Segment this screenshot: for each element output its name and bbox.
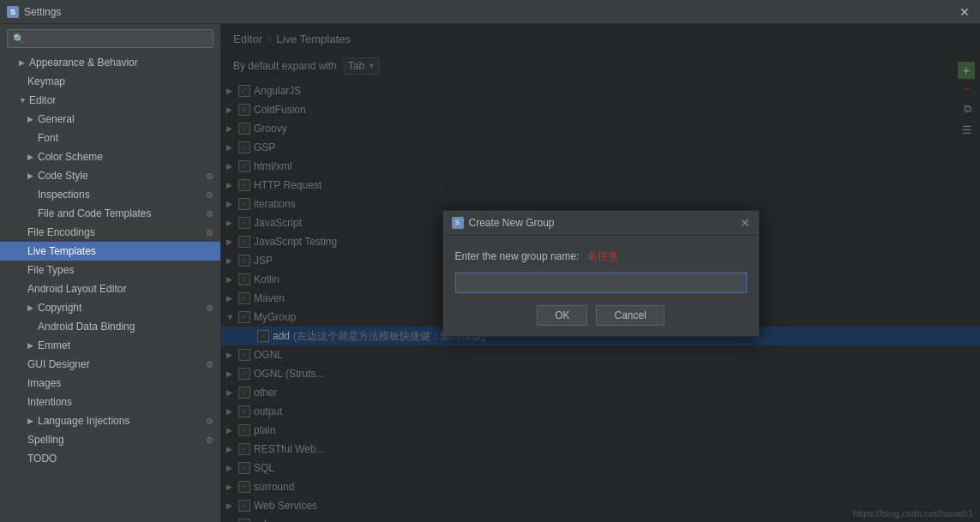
arrow-icon — [27, 417, 36, 425]
arrow-icon — [27, 171, 36, 180]
sidebar-item-languageinjections[interactable]: Language Injections ⚙ — [0, 411, 220, 430]
title-bar-left: S Settings — [7, 6, 61, 18]
settings-icon: ⚙ — [206, 228, 213, 237]
sidebar-item-general[interactable]: General — [0, 110, 220, 129]
close-button[interactable]: ✕ — [956, 5, 973, 19]
sidebar-item-font[interactable]: Font — [0, 129, 220, 147]
sidebar-item-emmet[interactable]: Emmet — [0, 336, 220, 355]
modal-title-left: S Create New Group — [452, 217, 555, 229]
settings-icon: ⚙ — [206, 171, 213, 181]
sidebar-item-filetypes[interactable]: File Types — [0, 261, 220, 279]
settings-icon: ⚙ — [206, 360, 213, 369]
search-icon: 🔍 — [13, 33, 25, 45]
ok-button[interactable]: OK — [537, 305, 587, 326]
sidebar-item-todo[interactable]: TODO — [0, 449, 220, 468]
arrow-icon — [27, 153, 36, 161]
search-input[interactable] — [28, 33, 207, 45]
content-area: Editor › Live Templates By default expan… — [221, 24, 980, 522]
sidebar-item-copyright[interactable]: Copyright ⚙ — [0, 298, 220, 317]
settings-icon: ⚙ — [206, 303, 213, 313]
sidebar: 🔍 Appearance & Behavior Keymap Editor Ge… — [0, 24, 221, 522]
group-name-input[interactable] — [455, 273, 747, 293]
arrow-icon — [19, 58, 27, 67]
modal-title-bar: S Create New Group ✕ — [443, 211, 759, 236]
sidebar-item-colorscheme[interactable]: Color Scheme — [0, 147, 220, 166]
modal-overlay: S Create New Group ✕ Enter the new group… — [221, 24, 980, 522]
title-bar: S Settings ✕ — [0, 0, 980, 24]
sidebar-item-codestyle[interactable]: Code Style ⚙ — [0, 166, 220, 185]
sidebar-item-livetemplates[interactable]: Live Templates — [0, 242, 220, 261]
arrow-icon — [27, 115, 36, 123]
sidebar-item-editor[interactable]: Editor — [0, 91, 220, 110]
cancel-button[interactable]: Cancel — [596, 305, 664, 326]
sidebar-item-guidesigner[interactable]: GUI Designer ⚙ — [0, 355, 220, 374]
modal-buttons: OK Cancel — [455, 305, 747, 326]
modal-dialog: S Create New Group ✕ Enter the new group… — [442, 210, 760, 337]
arrow-icon — [19, 96, 27, 105]
sidebar-item-androidlayout[interactable]: Android Layout Editor — [0, 279, 220, 298]
modal-app-icon: S — [452, 217, 464, 229]
sidebar-item-fileandcode[interactable]: File and Code Templates ⚙ — [0, 204, 220, 223]
settings-icon: ⚙ — [206, 190, 213, 200]
sidebar-item-inspections[interactable]: Inspections ⚙ — [0, 185, 220, 204]
sidebar-item-keymap[interactable]: Keymap — [0, 72, 220, 91]
sidebar-item-intentions[interactable]: Intentions — [0, 393, 220, 411]
settings-icon: ⚙ — [206, 435, 213, 445]
app-icon: S — [7, 6, 19, 18]
modal-hint: 名任意 — [587, 249, 618, 264]
arrow-icon — [27, 303, 36, 312]
arrow-icon — [27, 341, 36, 350]
sidebar-item-appearance[interactable]: Appearance & Behavior — [0, 53, 220, 72]
modal-close-button[interactable]: ✕ — [740, 216, 750, 230]
modal-label: Enter the new group name: — [455, 250, 580, 262]
main-layout: 🔍 Appearance & Behavior Keymap Editor Ge… — [0, 24, 980, 522]
modal-body: Enter the new group name: 名任意 OK Cancel — [443, 236, 759, 336]
sidebar-item-androiddatabinding[interactable]: Android Data Binding — [0, 317, 220, 336]
sidebar-item-spelling[interactable]: Spelling ⚙ — [0, 430, 220, 449]
window-title: Settings — [24, 6, 61, 18]
modal-title: Create New Group — [469, 217, 555, 229]
modal-label-row: Enter the new group name: 名任意 — [455, 249, 747, 264]
settings-icon: ⚙ — [206, 209, 213, 219]
sidebar-item-images[interactable]: Images — [0, 374, 220, 393]
sidebar-item-fileencodings[interactable]: File Encodings ⚙ — [0, 223, 220, 242]
search-box[interactable]: 🔍 — [7, 29, 213, 48]
settings-icon: ⚙ — [206, 417, 213, 426]
